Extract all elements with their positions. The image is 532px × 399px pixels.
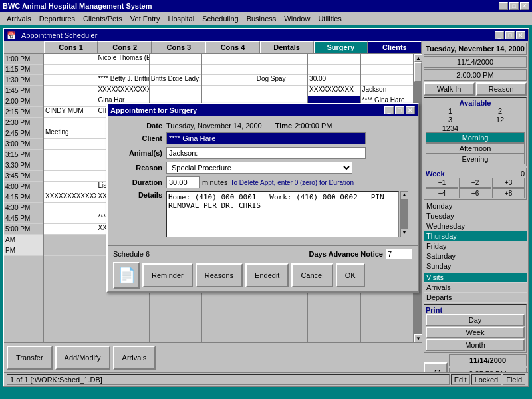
details-scroll-up[interactable]: ▲ bbox=[401, 192, 408, 200]
week-plus6[interactable]: +6 bbox=[459, 188, 491, 198]
cell-cons1-5[interactable]: CINDY MUM bbox=[44, 107, 96, 118]
cell-cons4-1[interactable] bbox=[202, 65, 254, 75]
scheduler-minimize[interactable]: _ bbox=[495, 31, 504, 39]
cell-cons1-15[interactable] bbox=[44, 213, 96, 224]
cell-surgery-1[interactable] bbox=[308, 65, 360, 75]
cell-clients-3[interactable]: Jackson bbox=[361, 86, 413, 96]
cell-dentals-3[interactable] bbox=[255, 86, 307, 96]
day-print-button[interactable]: Day bbox=[426, 314, 525, 326]
modal-minimize[interactable]: _ bbox=[384, 106, 394, 114]
details-textarea[interactable]: Home: (410) 000-0001 - Work: (410) 000-0… bbox=[166, 191, 399, 237]
cancel-button[interactable]: Cancel bbox=[291, 263, 332, 287]
cell-clients-1[interactable] bbox=[361, 65, 413, 75]
day-saturday[interactable]: Saturday bbox=[424, 251, 527, 261]
reasons-button[interactable]: Reasons bbox=[196, 263, 243, 287]
cell-cons1-9[interactable] bbox=[44, 150, 96, 160]
menu-hospital[interactable]: Hospital bbox=[164, 14, 198, 23]
cell-dentals-1[interactable] bbox=[255, 65, 307, 75]
menu-utilities[interactable]: Utilities bbox=[314, 14, 345, 23]
modal-maximize[interactable]: □ bbox=[395, 106, 404, 114]
col-cons2[interactable]: Cons 2 bbox=[98, 41, 152, 53]
cell-clients-0[interactable] bbox=[361, 54, 413, 65]
cell-cons3-2[interactable]: Britts Dixie Lady: bbox=[150, 75, 201, 86]
animals-input[interactable] bbox=[166, 147, 366, 159]
cell-cons2-2[interactable]: **** Betty J. Brittingham bbox=[96, 75, 148, 86]
cell-cons2-1[interactable] bbox=[96, 65, 148, 75]
cell-cons1-7[interactable]: Meeting bbox=[44, 128, 96, 139]
week-plus1[interactable]: +1 bbox=[426, 178, 458, 188]
maximize-button[interactable]: □ bbox=[509, 2, 519, 10]
cell-cons1-4[interactable] bbox=[44, 96, 96, 107]
cell-surgery-3[interactable]: XXXXXXXXXX bbox=[308, 86, 360, 96]
days-advance-input[interactable] bbox=[386, 249, 412, 259]
col-cons4[interactable]: Cons 4 bbox=[205, 41, 259, 53]
departs-item[interactable]: Departs bbox=[424, 293, 527, 303]
col-cons3[interactable]: Cons 3 bbox=[152, 41, 205, 53]
cell-cons1-8[interactable] bbox=[44, 139, 96, 150]
menu-window[interactable]: Window bbox=[280, 14, 314, 23]
endedit-button[interactable]: Endedit bbox=[245, 263, 289, 287]
cell-cons4-2[interactable] bbox=[202, 75, 254, 86]
cell-surgery-2[interactable]: 30.00 bbox=[308, 75, 360, 86]
cell-cons1-13[interactable]: XXXXXXXXXXXX bbox=[44, 192, 96, 203]
reason-button[interactable]: Reason bbox=[476, 82, 527, 96]
menu-arrivals[interactable]: Arrivals bbox=[3, 14, 35, 23]
day-friday[interactable]: Friday bbox=[424, 241, 527, 251]
cell-cons1-3[interactable] bbox=[44, 86, 96, 96]
evening-button[interactable]: Evening bbox=[426, 154, 525, 164]
transfer-button[interactable]: Transfer bbox=[7, 346, 53, 370]
month-print-button[interactable]: Month bbox=[426, 339, 525, 351]
cell-cons1-1[interactable] bbox=[44, 65, 96, 75]
modal-close[interactable]: ✕ bbox=[406, 106, 415, 114]
cell-cons3-1[interactable] bbox=[150, 65, 201, 75]
cell-cons1-0[interactable] bbox=[44, 54, 96, 65]
arrivals-button[interactable]: Arrivals bbox=[113, 346, 156, 370]
scroll-thumb[interactable] bbox=[414, 62, 422, 82]
walk-in-button[interactable]: Walk In bbox=[424, 82, 475, 96]
cell-clients-2[interactable] bbox=[361, 75, 413, 86]
cell-cons3-0[interactable] bbox=[150, 54, 201, 65]
details-scroll-down[interactable]: ▼ bbox=[401, 229, 408, 237]
cell-cons4-3[interactable] bbox=[202, 86, 254, 96]
col-cons1[interactable]: Cons 1 bbox=[44, 41, 98, 53]
week-print-button[interactable]: Week bbox=[426, 327, 525, 338]
arrivals-item[interactable]: Arrivals bbox=[424, 283, 527, 293]
cell-cons1-14[interactable] bbox=[44, 203, 96, 213]
visits-item[interactable]: Visits bbox=[424, 273, 527, 283]
menu-business[interactable]: Business bbox=[243, 14, 281, 23]
reason-select[interactable]: Special Procedure bbox=[166, 162, 352, 174]
morning-button[interactable]: Morning bbox=[426, 132, 525, 143]
cell-cons4-0[interactable] bbox=[202, 54, 254, 65]
scheduler-close[interactable]: ✕ bbox=[516, 31, 525, 39]
col-dentals[interactable]: Dentals bbox=[260, 41, 314, 53]
cell-surgery-0[interactable] bbox=[308, 54, 360, 65]
week-plus4[interactable]: +4 bbox=[426, 188, 458, 198]
menu-clients-pets[interactable]: Clients/Pets bbox=[79, 14, 126, 23]
menu-vet-entry[interactable]: Vet Entry bbox=[126, 14, 164, 23]
cell-dentals-2[interactable]: Dog Spay bbox=[255, 75, 307, 86]
cell-cons2-3[interactable]: XXXXXXXXXXXX bbox=[96, 86, 148, 96]
ok-button[interactable]: OK bbox=[336, 263, 365, 287]
add-modify-button[interactable]: Add/Modify bbox=[55, 346, 110, 370]
week-plus8[interactable]: +8 bbox=[492, 188, 525, 198]
cell-cons1-16[interactable] bbox=[44, 224, 96, 235]
minimize-button[interactable]: _ bbox=[499, 2, 508, 10]
day-monday[interactable]: Monday bbox=[424, 201, 527, 211]
col-clients[interactable]: Clients bbox=[368, 41, 422, 53]
scroll-down-button[interactable]: ▼ bbox=[414, 334, 422, 342]
day-tuesday[interactable]: Tuesday bbox=[424, 211, 527, 221]
col-surgery[interactable]: Surgery bbox=[314, 41, 368, 53]
close-button[interactable]: ✕ bbox=[520, 2, 529, 10]
client-input[interactable] bbox=[166, 132, 366, 144]
menu-scheduling[interactable]: Scheduling bbox=[198, 14, 242, 23]
cell-dentals-0[interactable] bbox=[255, 54, 307, 65]
cell-cons2-0[interactable]: Nicole Thomas (Eric Thomas) bbox=[96, 54, 148, 65]
week-plus2[interactable]: +2 bbox=[459, 178, 491, 188]
afternoon-button[interactable]: Afternoon bbox=[426, 143, 525, 154]
reminder-button[interactable]: Reminder bbox=[142, 263, 193, 287]
menu-departures[interactable]: Departures bbox=[35, 14, 79, 23]
cell-cons1-12[interactable] bbox=[44, 182, 96, 192]
cell-cons1-6[interactable] bbox=[44, 118, 96, 128]
cell-cons1-11[interactable] bbox=[44, 171, 96, 182]
scroll-up-button[interactable]: ▲ bbox=[414, 54, 422, 62]
